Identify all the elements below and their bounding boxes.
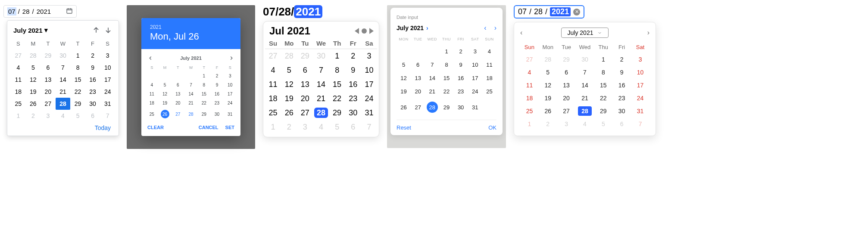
day-cell[interactable]: 28	[281, 49, 297, 64]
day-cell[interactable]: 6	[41, 62, 56, 74]
day-cell[interactable]: 8	[329, 63, 345, 77]
month-segment[interactable]: 07	[7, 7, 16, 15]
day-cell[interactable]: 10	[224, 80, 237, 90]
day-cell[interactable]: 6	[345, 120, 361, 134]
day-cell[interactable]: 6	[411, 58, 425, 71]
day-cell[interactable]: 14	[313, 77, 329, 92]
day-cell[interactable]: 16	[454, 71, 468, 85]
day-cell[interactable]: 30	[210, 108, 223, 121]
day-cell[interactable]: 10	[361, 63, 377, 77]
day-cell[interactable]: 27	[265, 49, 281, 64]
day-cell[interactable]: 7	[313, 63, 329, 77]
day-cell[interactable]: 30	[313, 49, 329, 64]
day-cell[interactable]: 30	[612, 105, 631, 118]
day-cell[interactable]: 13	[41, 74, 56, 86]
date-input[interactable]: 07/28/2021	[263, 5, 379, 19]
day-cell[interactable]: 4	[520, 66, 539, 79]
date-input[interactable]: 07/ 28/ 2021	[3, 5, 77, 18]
day-cell[interactable]: 30	[576, 53, 594, 66]
calendar-icon[interactable]	[66, 7, 73, 15]
day-cell[interactable]: 2	[539, 118, 557, 130]
day-cell[interactable]: 19	[539, 92, 557, 105]
header-date[interactable]: Mon, Jul 26	[150, 31, 232, 42]
day-cell[interactable]: 28	[425, 98, 439, 116]
day-cell[interactable]: 10	[631, 66, 649, 79]
day-cell[interactable]: 12	[26, 74, 41, 86]
day-cell[interactable]: 28	[539, 53, 557, 66]
day-cell[interactable]: 27	[41, 98, 56, 110]
day-cell[interactable]: 22	[439, 85, 453, 98]
set-button[interactable]: SET	[225, 125, 234, 130]
header-year[interactable]: 2021	[150, 24, 232, 30]
month-year-select[interactable]: July 2021	[561, 28, 609, 38]
day-cell[interactable]: 22	[329, 92, 345, 106]
day-cell[interactable]: 15	[70, 74, 85, 86]
day-cell[interactable]: 6	[297, 63, 313, 77]
day-cell[interactable]: 21	[56, 86, 71, 98]
day-cell[interactable]: 3	[100, 49, 115, 62]
day-cell[interactable]: 29	[197, 108, 210, 121]
prev-month-icon[interactable]	[147, 55, 153, 61]
day-cell[interactable]: 16	[85, 74, 100, 86]
day-segment[interactable]: 28	[278, 5, 291, 18]
day-cell[interactable]: 6	[85, 110, 100, 122]
day-cell[interactable]: 21	[313, 92, 329, 106]
day-cell[interactable]: 10	[100, 62, 115, 74]
day-cell[interactable]: 8	[197, 80, 210, 90]
day-cell[interactable]: 9	[345, 63, 361, 77]
day-cell[interactable]: 9	[85, 62, 100, 74]
reset-button[interactable]: Reset	[397, 124, 411, 131]
day-cell[interactable]: 29	[439, 98, 453, 116]
day-cell[interactable]: 29	[297, 49, 313, 64]
day-cell[interactable]: 23	[345, 92, 361, 106]
year-segment[interactable]: 2021	[550, 7, 571, 16]
day-cell[interactable]: 5	[329, 120, 345, 134]
day-cell[interactable]: 2	[454, 45, 468, 58]
year-segment[interactable]: 2021	[36, 7, 52, 15]
year-segment[interactable]: 2021	[294, 5, 322, 18]
clear-button[interactable]: CLEAR	[147, 125, 164, 130]
day-cell[interactable]: 3	[631, 53, 649, 66]
day-cell[interactable]: 21	[425, 85, 439, 98]
day-cell[interactable]: 27	[557, 105, 576, 118]
day-cell[interactable]: 28	[313, 106, 329, 120]
day-cell[interactable]: 17	[224, 90, 237, 99]
today-icon[interactable]	[362, 28, 367, 34]
day-cell[interactable]: 11	[520, 79, 539, 92]
day-cell[interactable]: 20	[557, 92, 576, 105]
day-cell[interactable]: 11	[11, 74, 26, 86]
day-cell[interactable]: 15	[439, 71, 453, 85]
day-cell[interactable]: 2	[210, 71, 223, 80]
day-cell[interactable]: 31	[361, 106, 377, 120]
day-cell[interactable]: 12	[281, 77, 297, 92]
day-cell[interactable]: 5	[539, 66, 557, 79]
day-cell[interactable]: 4	[145, 80, 158, 90]
day-cell[interactable]: 25	[11, 98, 26, 110]
day-cell[interactable]: 5	[158, 80, 171, 90]
day-cell[interactable]: 20	[172, 99, 184, 108]
day-cell[interactable]: 4	[265, 63, 281, 77]
day-cell[interactable]: 21	[576, 92, 594, 105]
day-cell[interactable]: 8	[70, 62, 85, 74]
ok-button[interactable]: OK	[488, 124, 496, 131]
day-cell[interactable]: 7	[361, 120, 377, 134]
month-year-button[interactable]: July 2021 ▾	[13, 26, 48, 34]
day-cell[interactable]: 4	[11, 62, 26, 74]
day-cell[interactable]: 13	[557, 79, 576, 92]
day-cell[interactable]: 25	[145, 108, 158, 121]
day-cell[interactable]: 31	[224, 108, 237, 121]
day-cell[interactable]: 24	[631, 92, 649, 105]
day-cell[interactable]: 30	[56, 49, 71, 62]
day-cell[interactable]: 26	[397, 98, 411, 116]
day-cell[interactable]: 7	[631, 118, 649, 130]
day-cell[interactable]: 13	[297, 77, 313, 92]
day-cell[interactable]: 3	[468, 45, 482, 58]
next-month-icon[interactable]: ›	[647, 29, 649, 37]
day-cell[interactable]: 28	[26, 49, 41, 62]
day-cell[interactable]: 11	[482, 58, 496, 71]
day-cell[interactable]: 1	[197, 71, 210, 80]
day-cell[interactable]: 3	[557, 118, 576, 130]
day-cell[interactable]: 19	[26, 86, 41, 98]
next-month-icon[interactable]	[228, 55, 234, 61]
day-cell[interactable]: 17	[100, 74, 115, 86]
